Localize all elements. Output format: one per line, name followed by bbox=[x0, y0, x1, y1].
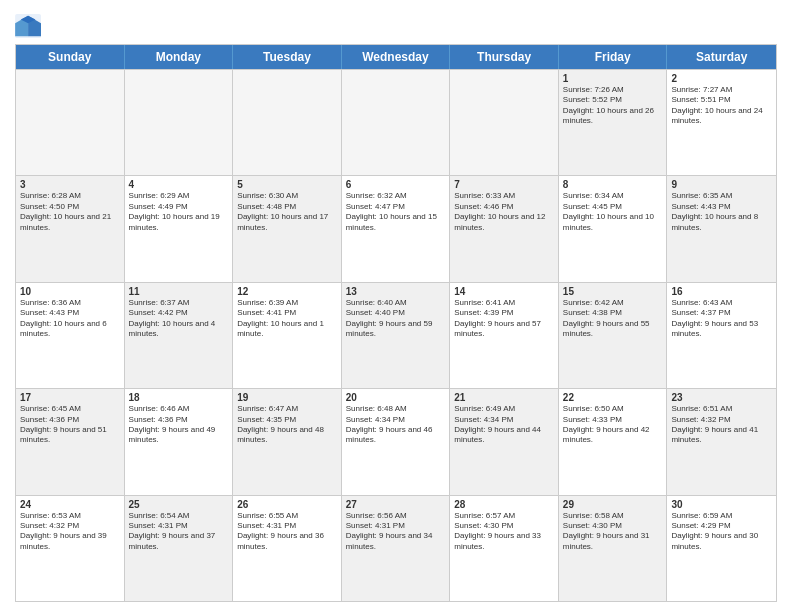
day-info: Sunrise: 6:56 AM Sunset: 4:31 PM Dayligh… bbox=[346, 511, 446, 553]
cal-cell-1-4: 7Sunrise: 6:33 AM Sunset: 4:46 PM Daylig… bbox=[450, 176, 559, 281]
day-number: 22 bbox=[563, 392, 663, 403]
day-info: Sunrise: 6:42 AM Sunset: 4:38 PM Dayligh… bbox=[563, 298, 663, 340]
day-info: Sunrise: 6:53 AM Sunset: 4:32 PM Dayligh… bbox=[20, 511, 120, 553]
day-info: Sunrise: 6:35 AM Sunset: 4:43 PM Dayligh… bbox=[671, 191, 772, 233]
cal-cell-2-4: 14Sunrise: 6:41 AM Sunset: 4:39 PM Dayli… bbox=[450, 283, 559, 388]
cal-cell-2-2: 12Sunrise: 6:39 AM Sunset: 4:41 PM Dayli… bbox=[233, 283, 342, 388]
cal-cell-4-2: 26Sunrise: 6:55 AM Sunset: 4:31 PM Dayli… bbox=[233, 496, 342, 601]
day-number: 14 bbox=[454, 286, 554, 297]
day-number: 26 bbox=[237, 499, 337, 510]
day-number: 17 bbox=[20, 392, 120, 403]
day-number: 8 bbox=[563, 179, 663, 190]
day-of-week-sunday: Sunday bbox=[16, 45, 125, 69]
day-info: Sunrise: 6:39 AM Sunset: 4:41 PM Dayligh… bbox=[237, 298, 337, 340]
day-info: Sunrise: 7:26 AM Sunset: 5:52 PM Dayligh… bbox=[563, 85, 663, 127]
day-info: Sunrise: 6:41 AM Sunset: 4:39 PM Dayligh… bbox=[454, 298, 554, 340]
cal-cell-0-0 bbox=[16, 70, 125, 175]
day-number: 5 bbox=[237, 179, 337, 190]
day-info: Sunrise: 6:28 AM Sunset: 4:50 PM Dayligh… bbox=[20, 191, 120, 233]
day-number: 12 bbox=[237, 286, 337, 297]
cal-cell-0-3 bbox=[342, 70, 451, 175]
day-number: 2 bbox=[671, 73, 772, 84]
day-info: Sunrise: 6:46 AM Sunset: 4:36 PM Dayligh… bbox=[129, 404, 229, 446]
day-number: 20 bbox=[346, 392, 446, 403]
day-info: Sunrise: 6:43 AM Sunset: 4:37 PM Dayligh… bbox=[671, 298, 772, 340]
day-info: Sunrise: 6:49 AM Sunset: 4:34 PM Dayligh… bbox=[454, 404, 554, 446]
day-number: 21 bbox=[454, 392, 554, 403]
day-info: Sunrise: 7:27 AM Sunset: 5:51 PM Dayligh… bbox=[671, 85, 772, 127]
cal-cell-2-6: 16Sunrise: 6:43 AM Sunset: 4:37 PM Dayli… bbox=[667, 283, 776, 388]
cal-cell-4-6: 30Sunrise: 6:59 AM Sunset: 4:29 PM Dayli… bbox=[667, 496, 776, 601]
cal-cell-2-5: 15Sunrise: 6:42 AM Sunset: 4:38 PM Dayli… bbox=[559, 283, 668, 388]
cal-cell-4-0: 24Sunrise: 6:53 AM Sunset: 4:32 PM Dayli… bbox=[16, 496, 125, 601]
day-info: Sunrise: 6:36 AM Sunset: 4:43 PM Dayligh… bbox=[20, 298, 120, 340]
day-info: Sunrise: 6:34 AM Sunset: 4:45 PM Dayligh… bbox=[563, 191, 663, 233]
day-number: 11 bbox=[129, 286, 229, 297]
cal-cell-2-3: 13Sunrise: 6:40 AM Sunset: 4:40 PM Dayli… bbox=[342, 283, 451, 388]
cal-cell-4-1: 25Sunrise: 6:54 AM Sunset: 4:31 PM Dayli… bbox=[125, 496, 234, 601]
day-number: 4 bbox=[129, 179, 229, 190]
day-number: 27 bbox=[346, 499, 446, 510]
calendar-row-3: 17Sunrise: 6:45 AM Sunset: 4:36 PM Dayli… bbox=[16, 388, 776, 494]
cal-cell-3-3: 20Sunrise: 6:48 AM Sunset: 4:34 PM Dayli… bbox=[342, 389, 451, 494]
logo-icon bbox=[15, 14, 43, 38]
cal-cell-0-1 bbox=[125, 70, 234, 175]
cal-cell-1-1: 4Sunrise: 6:29 AM Sunset: 4:49 PM Daylig… bbox=[125, 176, 234, 281]
day-number: 25 bbox=[129, 499, 229, 510]
day-number: 15 bbox=[563, 286, 663, 297]
day-info: Sunrise: 6:55 AM Sunset: 4:31 PM Dayligh… bbox=[237, 511, 337, 553]
page: SundayMondayTuesdayWednesdayThursdayFrid… bbox=[0, 0, 792, 612]
logo bbox=[15, 14, 47, 38]
cal-cell-1-6: 9Sunrise: 6:35 AM Sunset: 4:43 PM Daylig… bbox=[667, 176, 776, 281]
day-info: Sunrise: 6:30 AM Sunset: 4:48 PM Dayligh… bbox=[237, 191, 337, 233]
day-number: 28 bbox=[454, 499, 554, 510]
day-number: 24 bbox=[20, 499, 120, 510]
day-of-week-friday: Friday bbox=[559, 45, 668, 69]
calendar-row-4: 24Sunrise: 6:53 AM Sunset: 4:32 PM Dayli… bbox=[16, 495, 776, 601]
cal-cell-2-0: 10Sunrise: 6:36 AM Sunset: 4:43 PM Dayli… bbox=[16, 283, 125, 388]
day-of-week-thursday: Thursday bbox=[450, 45, 559, 69]
cal-cell-3-4: 21Sunrise: 6:49 AM Sunset: 4:34 PM Dayli… bbox=[450, 389, 559, 494]
day-info: Sunrise: 6:58 AM Sunset: 4:30 PM Dayligh… bbox=[563, 511, 663, 553]
cal-cell-1-2: 5Sunrise: 6:30 AM Sunset: 4:48 PM Daylig… bbox=[233, 176, 342, 281]
cal-cell-3-5: 22Sunrise: 6:50 AM Sunset: 4:33 PM Dayli… bbox=[559, 389, 668, 494]
day-number: 10 bbox=[20, 286, 120, 297]
cal-cell-3-0: 17Sunrise: 6:45 AM Sunset: 4:36 PM Dayli… bbox=[16, 389, 125, 494]
cal-cell-1-5: 8Sunrise: 6:34 AM Sunset: 4:45 PM Daylig… bbox=[559, 176, 668, 281]
day-info: Sunrise: 6:57 AM Sunset: 4:30 PM Dayligh… bbox=[454, 511, 554, 553]
day-of-week-wednesday: Wednesday bbox=[342, 45, 451, 69]
day-number: 7 bbox=[454, 179, 554, 190]
day-info: Sunrise: 6:37 AM Sunset: 4:42 PM Dayligh… bbox=[129, 298, 229, 340]
calendar-body: 1Sunrise: 7:26 AM Sunset: 5:52 PM Daylig… bbox=[16, 69, 776, 601]
day-info: Sunrise: 6:54 AM Sunset: 4:31 PM Dayligh… bbox=[129, 511, 229, 553]
day-info: Sunrise: 6:48 AM Sunset: 4:34 PM Dayligh… bbox=[346, 404, 446, 446]
day-info: Sunrise: 6:50 AM Sunset: 4:33 PM Dayligh… bbox=[563, 404, 663, 446]
cal-cell-0-4 bbox=[450, 70, 559, 175]
cal-cell-1-0: 3Sunrise: 6:28 AM Sunset: 4:50 PM Daylig… bbox=[16, 176, 125, 281]
calendar: SundayMondayTuesdayWednesdayThursdayFrid… bbox=[15, 44, 777, 602]
cal-cell-1-3: 6Sunrise: 6:32 AM Sunset: 4:47 PM Daylig… bbox=[342, 176, 451, 281]
cal-cell-3-1: 18Sunrise: 6:46 AM Sunset: 4:36 PM Dayli… bbox=[125, 389, 234, 494]
day-number: 19 bbox=[237, 392, 337, 403]
day-number: 6 bbox=[346, 179, 446, 190]
day-of-week-tuesday: Tuesday bbox=[233, 45, 342, 69]
day-number: 30 bbox=[671, 499, 772, 510]
day-number: 9 bbox=[671, 179, 772, 190]
calendar-row-0: 1Sunrise: 7:26 AM Sunset: 5:52 PM Daylig… bbox=[16, 69, 776, 175]
cal-cell-2-1: 11Sunrise: 6:37 AM Sunset: 4:42 PM Dayli… bbox=[125, 283, 234, 388]
cal-cell-4-5: 29Sunrise: 6:58 AM Sunset: 4:30 PM Dayli… bbox=[559, 496, 668, 601]
day-info: Sunrise: 6:29 AM Sunset: 4:49 PM Dayligh… bbox=[129, 191, 229, 233]
day-info: Sunrise: 6:40 AM Sunset: 4:40 PM Dayligh… bbox=[346, 298, 446, 340]
header bbox=[15, 10, 777, 38]
day-number: 29 bbox=[563, 499, 663, 510]
day-info: Sunrise: 6:47 AM Sunset: 4:35 PM Dayligh… bbox=[237, 404, 337, 446]
day-number: 3 bbox=[20, 179, 120, 190]
calendar-row-1: 3Sunrise: 6:28 AM Sunset: 4:50 PM Daylig… bbox=[16, 175, 776, 281]
cal-cell-4-3: 27Sunrise: 6:56 AM Sunset: 4:31 PM Dayli… bbox=[342, 496, 451, 601]
day-number: 16 bbox=[671, 286, 772, 297]
day-info: Sunrise: 6:33 AM Sunset: 4:46 PM Dayligh… bbox=[454, 191, 554, 233]
day-number: 1 bbox=[563, 73, 663, 84]
calendar-row-2: 10Sunrise: 6:36 AM Sunset: 4:43 PM Dayli… bbox=[16, 282, 776, 388]
day-info: Sunrise: 6:45 AM Sunset: 4:36 PM Dayligh… bbox=[20, 404, 120, 446]
cal-cell-0-6: 2Sunrise: 7:27 AM Sunset: 5:51 PM Daylig… bbox=[667, 70, 776, 175]
